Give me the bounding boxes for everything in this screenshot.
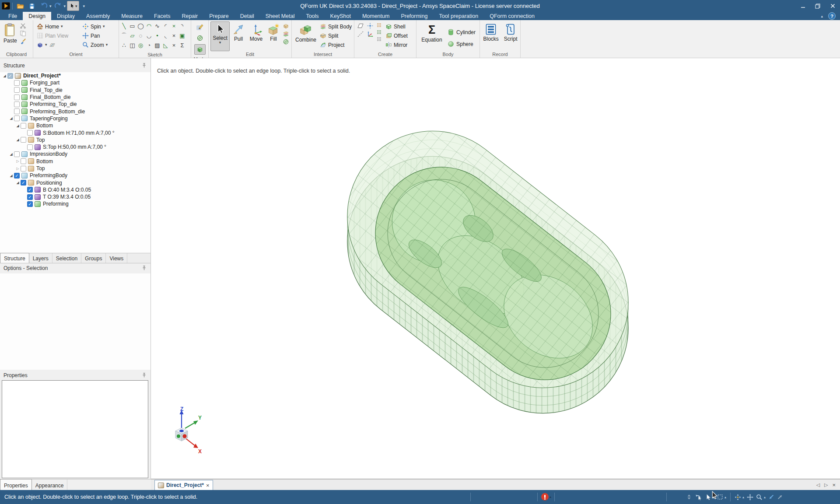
axes-icon[interactable] — [367, 31, 374, 38]
close-all-tabs-icon[interactable]: × — [832, 482, 836, 488]
equation-button[interactable]: Σ Equation — [418, 21, 445, 51]
spin-options-icon[interactable]: ▴ — [742, 495, 744, 499]
sketch-tool-icon-18[interactable]: ◫ — [128, 41, 136, 50]
tree-item-forging-part[interactable]: Forging_part — [0, 79, 150, 86]
tree-checkbox[interactable] — [27, 130, 33, 136]
panel-tab-groups[interactable]: Groups — [81, 253, 106, 263]
tree-item-s-bottom-h-71-00-mm-a-7-00[interactable]: S:Bottom H:71,00 mm A:7,00 ° — [0, 129, 150, 136]
ribbon-tab-design[interactable]: Design — [23, 12, 51, 20]
tree-expander-icon[interactable]: ◢ — [8, 116, 14, 120]
copy-icon[interactable] — [20, 30, 26, 37]
tree-item-preformingbody[interactable]: ◢✓PreformingBody — [0, 172, 150, 179]
save-icon[interactable] — [27, 1, 37, 10]
help-icon[interactable]: ? — [828, 12, 836, 20]
ribbon-tab-momentum[interactable]: Momentum — [357, 12, 396, 20]
section-mode-icon[interactable] — [194, 33, 206, 43]
sketch-tool-icon-13[interactable]: • — [153, 31, 161, 41]
sketch-tool-icon-12[interactable]: ◡ — [145, 31, 153, 41]
paste-button[interactable]: Paste — [2, 21, 19, 51]
edit-tool-3-icon[interactable] — [283, 38, 289, 45]
sketch-tool-icon-11[interactable]: ◌ — [136, 31, 145, 41]
tree-item-t-o-39-m-3-4-o-0-05[interactable]: ✓T O:39 M:3.4 O:0.05 — [0, 193, 150, 200]
alert-icon[interactable] — [541, 493, 549, 500]
tree-item-impressionbody[interactable]: ◢ImpressionBody — [0, 150, 150, 158]
pull-button[interactable]: Pull — [230, 21, 247, 51]
tree-checkbox[interactable] — [14, 102, 20, 107]
fill-button[interactable]: Fill — [266, 21, 281, 51]
ribbon-tab-measure[interactable]: Measure — [116, 12, 148, 20]
sketch-tool-icon-4[interactable]: ◠ — [145, 21, 153, 31]
tree-checkbox[interactable] — [27, 144, 33, 150]
restore-icon[interactable] — [810, 0, 825, 12]
sketch-tool-icon-14[interactable]: ◟ — [161, 31, 170, 41]
ribbon-collapse-icon[interactable]: ▴ — [821, 14, 823, 18]
tree-item-preforming-top-die[interactable]: Preforming_Top_die — [0, 101, 150, 108]
tree-item-s-top-h-50-00-mm-a-7-00[interactable]: S:Top H:50,00 mm A:7,00 ° — [0, 144, 150, 150]
plane-icon[interactable] — [357, 22, 364, 29]
ribbon-tab-sheet-metal[interactable]: Sheet Metal — [260, 12, 301, 20]
tree-expander-icon[interactable]: ▷ — [15, 167, 21, 171]
close-icon[interactable] — [825, 0, 840, 12]
tree-item-direct-project[interactable]: ◢✓Direct_Project* — [0, 72, 150, 79]
tree-expander-icon[interactable]: ◢ — [8, 152, 14, 156]
tree-item-b-o-40-m-3-4-o-0-05[interactable]: ✓B O:40 M:3.4 O:0.05 — [0, 186, 150, 193]
pin-icon[interactable] — [141, 265, 147, 271]
home-view-button[interactable]: Home ▾ — [35, 22, 80, 31]
ribbon-tab-facets[interactable]: Facets — [148, 12, 176, 20]
spin-view-icon[interactable] — [735, 494, 741, 500]
spin-dropdown-icon[interactable]: ▾ — [103, 25, 105, 28]
tree-checkbox[interactable] — [21, 137, 26, 143]
ribbon-tab-qform-connection[interactable]: QForm connection — [484, 12, 540, 20]
undo-icon[interactable] — [38, 1, 49, 10]
move-button[interactable]: Move — [247, 21, 265, 51]
panel-tab-structure[interactable]: Structure — [0, 253, 29, 263]
home-dropdown-icon[interactable]: ▾ — [61, 25, 63, 28]
box-select-options-icon[interactable]: ▴ — [724, 495, 726, 499]
tree-checkbox[interactable] — [14, 87, 20, 93]
edit-tool-2-icon[interactable] — [283, 31, 289, 37]
bottom-tab-properties[interactable]: Properties — [0, 479, 32, 490]
tree-expander-icon[interactable]: ◢ — [8, 174, 14, 178]
tree-item-preforming-bottom-die[interactable]: Preforming_Bottom_die — [0, 108, 150, 115]
tree-item-top[interactable]: ▷Top — [0, 165, 150, 172]
pin-icon[interactable] — [141, 372, 147, 378]
sketch-tool-icon-17[interactable]: ∴ — [120, 41, 128, 50]
status-alert[interactable]: ▴ — [541, 493, 551, 500]
zoom-out-arrow-icon[interactable] — [768, 494, 774, 500]
panel-tab-selection[interactable]: Selection — [52, 253, 81, 263]
line-icon[interactable] — [357, 31, 364, 38]
tree-checkbox[interactable] — [14, 151, 20, 157]
pan-view-icon[interactable] — [747, 494, 753, 500]
ribbon-tab-assembly[interactable]: Assembly — [80, 12, 116, 20]
sketch-tool-icon-8[interactable]: ◝ — [178, 21, 186, 31]
sketch-tool-icon-20[interactable]: ◔ — [145, 41, 153, 50]
zoom-view-icon[interactable] — [756, 494, 763, 500]
plan-view-button[interactable]: Plan View — [35, 31, 80, 40]
tree-checkbox[interactable]: ✓ — [14, 173, 20, 178]
select-tool-button[interactable]: ▾ — [67, 1, 79, 11]
panel-tab-views[interactable]: Views — [106, 253, 127, 263]
tree-checkbox[interactable] — [14, 116, 20, 121]
sphere-button[interactable]: Sphere — [445, 39, 477, 49]
document-tab[interactable]: Direct_Project* × — [154, 480, 213, 490]
ribbon-tab-detail[interactable]: Detail — [234, 12, 260, 20]
sketch-tool-icon-10[interactable]: ▱ — [128, 31, 136, 41]
orientation-triad[interactable]: Z Y X — [175, 406, 202, 455]
sketch-tool-icon-7[interactable]: × — [170, 21, 178, 31]
tree-checkbox[interactable] — [14, 94, 20, 100]
point-icon[interactable] — [367, 22, 374, 29]
ribbon-tab-preforming[interactable]: Preforming — [395, 12, 433, 20]
zoom-dropdown-icon[interactable]: ▾ — [106, 43, 108, 46]
ribbon-tab-file[interactable]: File — [3, 12, 23, 20]
redo-dropdown-icon[interactable]: ▾ — [64, 4, 66, 8]
ribbon-tab-tool-preparation[interactable]: Tool preparation — [434, 12, 484, 20]
sketch-tool-icon-21[interactable]: ▨ — [153, 41, 161, 50]
qat-customize-icon[interactable]: ▾ — [83, 4, 85, 8]
mirror-button[interactable]: Mirror — [384, 40, 410, 49]
zoom-options-icon[interactable]: ▴ — [764, 495, 766, 499]
tree-checkbox[interactable]: ✓ — [7, 73, 13, 79]
script-button[interactable]: Script — [502, 21, 519, 51]
combine-button[interactable]: Combine — [294, 21, 318, 51]
app-logo-icon[interactable] — [2, 2, 10, 10]
sketch-tool-icon-1[interactable]: ╲ — [120, 21, 128, 31]
